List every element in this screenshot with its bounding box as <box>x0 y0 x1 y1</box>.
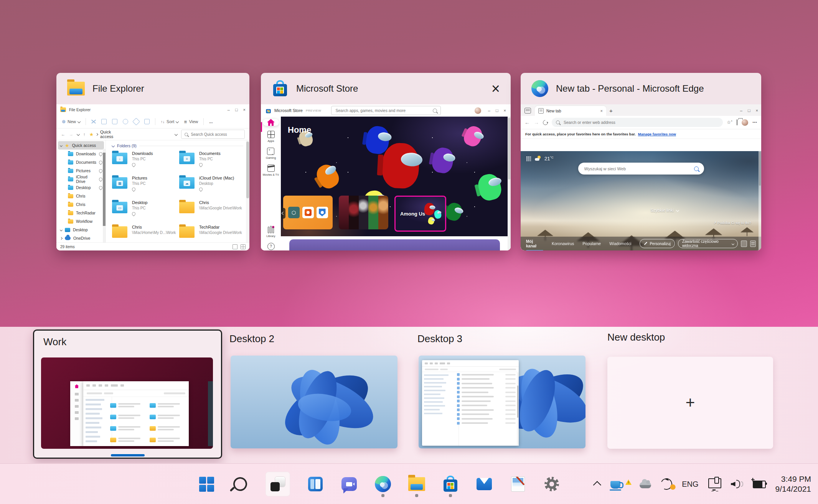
card-header-store: Microsoft Store × <box>261 73 511 104</box>
fe-sidebar-scrollbar <box>103 149 106 243</box>
delete-icon <box>144 119 150 124</box>
library-icon <box>268 227 274 233</box>
hidden-icons-chevron[interactable] <box>593 481 601 489</box>
start-button[interactable] <box>198 476 215 492</box>
edge-favorites-bar: For quick access, place your favorites h… <box>521 129 761 139</box>
close-window-button[interactable]: × <box>491 81 500 96</box>
paint-taskbar-button[interactable] <box>510 476 526 492</box>
forward-icon: → <box>69 132 73 137</box>
rename-icon <box>123 119 128 124</box>
desktop2-tile[interactable] <box>231 356 397 448</box>
file-explorer-thumbnail: File Explorer –□× ⊕New ↑↓Sort ≣View ... … <box>56 104 249 250</box>
new-desktop-label: New desktop <box>607 331 665 343</box>
edge-address-input <box>563 120 719 125</box>
store-taskbar-button[interactable] <box>442 476 459 492</box>
feed-tab-news: Wiadomości <box>609 241 631 246</box>
battery-charging-icon[interactable] <box>753 481 766 488</box>
feed-tab-my-feed: Mój kanał <box>526 239 543 248</box>
among-us-banner: Home ⬡ Among Us <box>281 117 511 236</box>
cast-display-icon[interactable] <box>708 478 721 488</box>
pin-icon <box>98 177 103 182</box>
chat-button[interactable] <box>341 476 358 492</box>
clock[interactable]: 3:49 PM 9/14/2021 <box>775 474 811 494</box>
minimize-icon: – <box>740 108 742 113</box>
language-indicator[interactable]: ENG <box>682 480 698 489</box>
window-card-file-explorer[interactable]: File Explorer File Explorer –□× ⊕New ↑↓S… <box>56 73 249 250</box>
fe-window-title: File Explorer <box>69 108 91 112</box>
breadcrumb: ★ Quick access <box>89 130 125 139</box>
sidebar-item: Workflow <box>56 217 106 226</box>
mail-icon <box>477 478 492 490</box>
file-explorer-taskbar-button[interactable] <box>408 476 425 492</box>
preview-badge: PREVIEW <box>306 109 321 112</box>
office-icon <box>302 207 314 218</box>
desktop3-tile[interactable] <box>419 356 585 448</box>
pin-icon <box>198 162 203 167</box>
time: 3:49 PM <box>775 474 811 484</box>
widgets-icon <box>308 477 323 491</box>
settings-gear-icon <box>544 477 559 491</box>
store-thumbnail: Microsoft Store PREVIEW –□× Apps Gaming <box>261 104 511 250</box>
grid-layout-icon <box>741 240 747 247</box>
nav-help: ?Help <box>267 243 275 250</box>
maximize-icon: □ <box>496 108 498 113</box>
fe-sidebar: ★Quick access Downloads Documents Pictur… <box>56 140 106 243</box>
feed-tab-coronavirus: Koronawirus <box>552 241 574 246</box>
active-nav-accent <box>261 122 262 132</box>
window-card-edge[interactable]: New tab - Personal - Microsoft Edge New … <box>521 73 761 250</box>
refresh-icon <box>542 119 549 126</box>
window-card-microsoft-store[interactable]: Microsoft Store × Microsoft Store PREVIE… <box>261 73 511 250</box>
new-desktop-button[interactable]: + <box>607 357 773 449</box>
pin-icon <box>98 152 103 156</box>
store-titlebar: Microsoft Store PREVIEW –□× <box>261 104 511 117</box>
desktop-work-tile[interactable]: Work <box>33 329 222 459</box>
up-icon: ↑ <box>83 132 86 137</box>
card-title: File Explorer <box>92 83 144 94</box>
sync-tray-icon[interactable] <box>659 477 674 491</box>
microsoft-store-icon <box>442 476 459 492</box>
pin-icon <box>131 211 136 216</box>
nav-movies-tv: Movies & TV <box>263 165 279 176</box>
fe-status-bar: 29 items <box>56 242 249 250</box>
windows-logo-icon <box>199 477 214 492</box>
close-icon: × <box>243 107 246 112</box>
copy-icon <box>101 119 107 124</box>
sidebar-item: Pictures <box>56 166 106 175</box>
among-us-tile[interactable]: Among Us <box>394 196 446 232</box>
web-search-box <box>578 163 704 175</box>
personalize-button: Personalizuj <box>640 239 675 248</box>
favorites-icon: ☆+ <box>727 120 732 125</box>
new-button: ⊕New <box>62 119 80 124</box>
among-us-label: Among Us <box>396 211 425 217</box>
widgets-button[interactable] <box>307 476 324 492</box>
mail-taskbar-button[interactable] <box>476 476 493 492</box>
cut-icon <box>91 119 96 124</box>
like-background-prompt: ↗ Podoba Ci się to tło? <box>714 221 751 225</box>
edge-tab-bar: New tab × + –□× <box>521 104 761 116</box>
running-indicator <box>381 494 384 497</box>
taskbar: ENG 3:49 PM 9/14/2021 <box>0 463 818 504</box>
search-icon <box>556 120 560 124</box>
edge-address-bar <box>552 118 723 127</box>
nav-apps: Apps <box>267 131 275 143</box>
tab-new-tab: New tab × <box>535 106 606 116</box>
card-title: New tab - Personal - Microsoft Edge <box>556 83 704 94</box>
tray-app-cup-icon[interactable] <box>610 481 620 489</box>
search-button[interactable] <box>232 476 249 492</box>
forward-icon: → <box>534 119 539 125</box>
folder-item: Chris\\Mac\Home\My D...\Work <box>112 225 176 245</box>
apps-icon <box>267 131 275 138</box>
volume-icon[interactable] <box>731 480 743 488</box>
onedrive-tray-icon[interactable] <box>640 482 651 488</box>
pin-icon <box>131 162 136 167</box>
edge-taskbar-button[interactable] <box>374 476 391 492</box>
settings-taskbar-button[interactable] <box>543 476 560 492</box>
desktop3-label: Desktop 3 <box>417 333 462 345</box>
settings-more-icon: ⋯ <box>752 120 757 125</box>
sidebar-item: Desktop <box>56 183 106 192</box>
task-view-button[interactable] <box>266 472 290 496</box>
work-label: Work <box>43 336 66 348</box>
apps-grid-icon <box>526 156 531 161</box>
maximize-icon: □ <box>748 108 750 113</box>
shield-app-icon <box>317 207 328 218</box>
